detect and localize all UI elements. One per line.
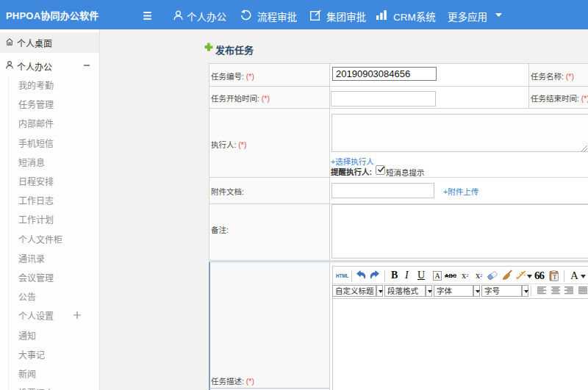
svg-text:T: T	[553, 274, 556, 281]
